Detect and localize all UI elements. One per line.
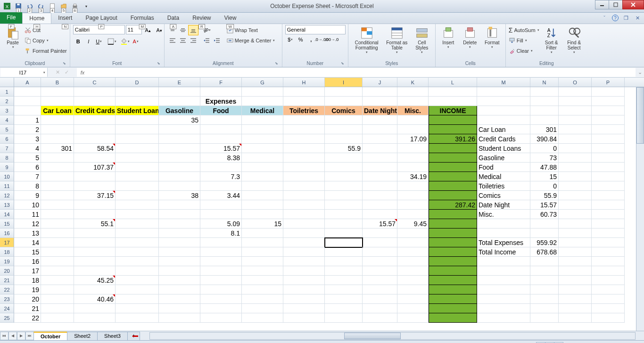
cell-F11[interactable]	[200, 181, 242, 191]
column-header-G[interactable]: G	[242, 78, 283, 87]
cell-L18[interactable]	[429, 247, 477, 257]
column-header-D[interactable]: D	[116, 78, 159, 87]
cell-O15[interactable]	[559, 219, 592, 229]
cell-I5[interactable]	[325, 125, 363, 134]
decrease-decimal-icon[interactable]: .00→.0	[327, 34, 337, 45]
format-as-table-button[interactable]: Format as Table▾	[384, 25, 410, 54]
cell-F23[interactable]	[200, 294, 242, 304]
cell-G8[interactable]	[242, 153, 283, 163]
cell-H20[interactable]	[283, 266, 325, 276]
cell-F18[interactable]	[200, 247, 242, 257]
tab-home[interactable]: HomeH	[22, 13, 51, 24]
cell-J8[interactable]	[363, 153, 397, 163]
cell-P13[interactable]	[592, 200, 625, 210]
cell-J24[interactable]	[363, 304, 397, 313]
qat-redo-icon[interactable]: 3	[36, 1, 46, 11]
cell-L6[interactable]: 391.26	[429, 134, 477, 144]
cell-B5[interactable]	[41, 125, 74, 134]
cell-G14[interactable]	[242, 210, 283, 219]
cell-E17[interactable]	[159, 238, 200, 247]
cell-J20[interactable]	[363, 266, 397, 276]
cell-C22[interactable]	[74, 285, 116, 294]
cell-D22[interactable]	[116, 285, 159, 294]
cell-L7[interactable]	[429, 144, 477, 153]
cell-E21[interactable]	[159, 276, 200, 285]
delete-cells-button[interactable]: Delete▾	[460, 25, 480, 49]
cell-N19[interactable]	[530, 257, 559, 266]
row-header-4[interactable]: 4	[0, 115, 14, 125]
cell-I16[interactable]	[325, 229, 363, 238]
cell-P24[interactable]	[592, 304, 625, 313]
cell-J16[interactable]	[363, 229, 397, 238]
cell-A24[interactable]: 21	[14, 304, 41, 313]
percent-format-icon[interactable]: %	[296, 34, 306, 45]
cell-O21[interactable]	[559, 276, 592, 285]
cell-M8[interactable]: Gasoline	[477, 153, 530, 163]
cell-J10[interactable]	[363, 172, 397, 181]
cell-P4[interactable]	[592, 115, 625, 125]
fill-button[interactable]: Fill▾	[509, 35, 539, 46]
cell-E7[interactable]	[159, 144, 200, 153]
row-header-18[interactable]: 18	[0, 247, 14, 257]
cell-H7[interactable]	[283, 144, 325, 153]
cut-button[interactable]: Cut	[25, 25, 67, 35]
cell-H11[interactable]	[283, 181, 325, 191]
cell-H13[interactable]	[283, 200, 325, 210]
cell-O18[interactable]	[559, 247, 592, 257]
cell-N8[interactable]: 73	[530, 153, 559, 163]
border-button[interactable]: ▾	[107, 36, 117, 47]
row-header-2[interactable]: 2	[0, 97, 14, 106]
cell-I15[interactable]	[325, 219, 363, 229]
cell-J5[interactable]	[363, 125, 397, 134]
cell-O2[interactable]	[559, 97, 592, 106]
cell-E16[interactable]	[159, 229, 200, 238]
row-header-24[interactable]: 24	[0, 304, 14, 313]
cell-P10[interactable]	[592, 172, 625, 181]
cell-L3[interactable]: INCOME	[429, 106, 477, 115]
cell-M6[interactable]: Credit Cards	[477, 134, 530, 144]
cell-F8[interactable]: 8.38	[200, 153, 242, 163]
copy-button[interactable]: Copy▾	[25, 35, 67, 46]
select-all-corner[interactable]	[0, 78, 14, 87]
cell-N13[interactable]: 15.57	[530, 200, 559, 210]
cell-G15[interactable]: 15	[242, 219, 283, 229]
cell-C13[interactable]	[74, 200, 116, 210]
cell-M24[interactable]	[477, 304, 530, 313]
cell-K3[interactable]: Misc.	[397, 106, 429, 115]
cell-E24[interactable]	[159, 304, 200, 313]
cell-styles-button[interactable]: Cell Styles▾	[412, 25, 432, 54]
cell-N11[interactable]: 0	[530, 181, 559, 191]
cell-C15[interactable]: 55.1	[74, 219, 116, 229]
cell-K17[interactable]	[397, 238, 429, 247]
cell-K21[interactable]	[397, 276, 429, 285]
cell-D4[interactable]	[116, 115, 159, 125]
cell-P2[interactable]	[592, 97, 625, 106]
cell-E1[interactable]	[159, 87, 200, 97]
file-tab[interactable]: FileF	[0, 12, 22, 24]
cell-J25[interactable]	[363, 313, 397, 323]
cell-A11[interactable]: 8	[14, 181, 41, 191]
cell-I8[interactable]	[325, 153, 363, 163]
cell-I3[interactable]: Comics	[325, 106, 363, 115]
cell-O1[interactable]	[559, 87, 592, 97]
cell-I18[interactable]	[325, 247, 363, 257]
cell-P3[interactable]	[592, 106, 625, 115]
cell-D24[interactable]	[116, 304, 159, 313]
cell-I13[interactable]	[325, 200, 363, 210]
cell-B16[interactable]	[41, 229, 74, 238]
cell-F22[interactable]	[200, 285, 242, 294]
cell-N12[interactable]: 55.9	[530, 191, 559, 200]
cell-K6[interactable]: 17.09	[397, 134, 429, 144]
cell-G16[interactable]	[242, 229, 283, 238]
accounting-format-icon[interactable]: $▾	[285, 34, 296, 45]
cell-A10[interactable]: 7	[14, 172, 41, 181]
column-header-B[interactable]: B	[41, 78, 74, 87]
cell-O9[interactable]	[559, 163, 592, 172]
cell-N15[interactable]	[530, 219, 559, 229]
cell-O23[interactable]	[559, 294, 592, 304]
cell-N2[interactable]	[530, 97, 559, 106]
cell-L13[interactable]: 287.42	[429, 200, 477, 210]
cell-C8[interactable]	[74, 153, 116, 163]
cell-J2[interactable]	[363, 97, 397, 106]
cell-G17[interactable]	[242, 238, 283, 247]
